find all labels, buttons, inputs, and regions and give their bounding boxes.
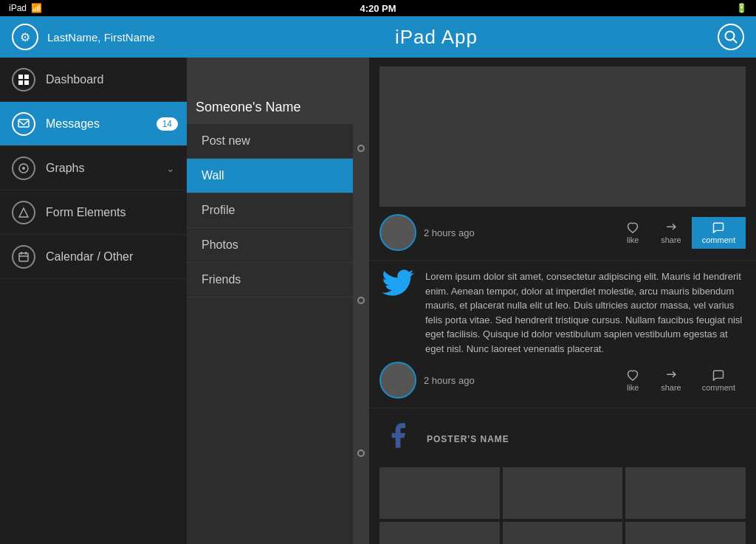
wifi-icon: 📶 xyxy=(31,3,42,13)
sidebar: Dashboard Messages 14 Graphs ⌄ Form Elem… xyxy=(0,58,187,544)
like-button-1[interactable]: like xyxy=(615,217,650,249)
photo-cell-2 xyxy=(503,467,623,519)
photo-cell-5 xyxy=(503,522,623,544)
scroll-dot xyxy=(357,145,365,152)
svg-rect-5 xyxy=(24,80,29,85)
device-label: iPad xyxy=(9,3,27,13)
scroll-dot xyxy=(357,297,365,304)
search-button[interactable] xyxy=(718,24,744,50)
photo-grid xyxy=(379,467,746,544)
dashboard-icon xyxy=(12,68,35,92)
comment-button-2[interactable]: comment xyxy=(692,365,746,396)
user-name: LastName, FirstName xyxy=(47,31,155,44)
svg-marker-9 xyxy=(19,208,28,217)
svg-rect-6 xyxy=(18,120,29,127)
post-time-2: 2 hours ago xyxy=(424,375,615,386)
sidebar-item-graphs[interactable]: Graphs ⌄ xyxy=(0,146,187,190)
battery-icon: 🔋 xyxy=(736,3,747,13)
sub-menu-wall[interactable]: Wall xyxy=(187,159,353,193)
post-time-1: 2 hours ago xyxy=(424,227,615,238)
sub-menu-photos[interactable]: Photos xyxy=(187,228,353,263)
post-card-3: POSTER'S NAME 2 hours ago like s xyxy=(369,408,756,544)
svg-rect-3 xyxy=(24,75,29,79)
form-elements-label: Form Elements xyxy=(46,206,126,219)
twitter-post-body: Lorem ipsum dolor sit amet, consectetur … xyxy=(379,269,746,356)
twitter-icon xyxy=(379,269,416,356)
facebook-post-header: POSTER'S NAME xyxy=(379,417,746,461)
post-footer-1: 2 hours ago like share comment xyxy=(379,214,746,251)
comment-button-1[interactable]: comment xyxy=(692,217,746,249)
main-layout: Dashboard Messages 14 Graphs ⌄ Form Elem… xyxy=(0,58,756,544)
messages-icon xyxy=(12,112,35,136)
scroll-dot xyxy=(357,450,365,457)
comment-icon-2 xyxy=(711,369,726,381)
someone-name: Someone's Name xyxy=(196,100,301,115)
svg-rect-4 xyxy=(18,80,23,85)
share-icon xyxy=(664,221,678,233)
graphs-label: Graphs xyxy=(46,162,84,175)
header: ⚙ LastName, FirstName iPad App xyxy=(0,16,756,58)
chevron-down-icon: ⌄ xyxy=(166,162,175,174)
heart-icon xyxy=(625,221,640,233)
sub-panel-header: Someone's Name xyxy=(187,58,353,124)
photo-cell-1 xyxy=(379,467,500,519)
messages-label: Messages xyxy=(46,117,100,131)
share-icon-2 xyxy=(664,369,678,381)
header-left: ⚙ LastName, FirstName xyxy=(12,24,155,50)
scroll-handle-left xyxy=(353,58,369,544)
post-footer-2: 2 hours ago like share comment xyxy=(379,362,746,399)
sub-menu-profile[interactable]: Profile xyxy=(187,193,353,228)
dashboard-label: Dashboard xyxy=(46,73,103,86)
post-image-1 xyxy=(379,66,746,207)
sub-panel: Someone's Name Post new Wall Profile Pho… xyxy=(187,58,353,544)
form-elements-icon xyxy=(12,201,35,224)
calendar-other-label: Calendar / Other xyxy=(46,250,133,264)
content-area: 2 hours ago like share comment xyxy=(369,58,756,544)
twitter-text: Lorem ipsum dolor sit amet, consectetur … xyxy=(425,269,746,356)
photo-cell-6 xyxy=(625,522,746,544)
sub-menu-friends[interactable]: Friends xyxy=(187,263,353,297)
post-card-2: Lorem ipsum dolor sit amet, consectetur … xyxy=(369,261,756,408)
svg-rect-10 xyxy=(19,253,28,261)
comment-icon xyxy=(711,221,726,233)
settings-icon[interactable]: ⚙ xyxy=(12,24,38,50)
photo-cell-4 xyxy=(379,522,500,544)
messages-badge: 14 xyxy=(157,117,178,131)
sidebar-item-calendar-other[interactable]: Calendar / Other xyxy=(0,235,187,279)
sidebar-item-form-elements[interactable]: Form Elements xyxy=(0,190,187,235)
like-button-2[interactable]: like xyxy=(615,365,650,396)
status-bar-left: iPad 📶 xyxy=(9,3,42,13)
post-avatar-2 xyxy=(379,362,416,399)
facebook-icon xyxy=(379,417,416,461)
post-avatar-1 xyxy=(379,214,416,251)
app-title: iPad App xyxy=(395,26,478,49)
share-button-2[interactable]: share xyxy=(650,365,692,396)
poster-name: POSTER'S NAME xyxy=(427,434,509,444)
search-icon xyxy=(724,30,738,44)
photo-cell-3 xyxy=(625,467,746,519)
sidebar-item-messages[interactable]: Messages 14 xyxy=(0,102,187,146)
time-display: 4:20 PM xyxy=(360,3,396,14)
svg-rect-2 xyxy=(18,75,23,79)
heart-icon-2 xyxy=(625,369,640,381)
sidebar-item-dashboard[interactable]: Dashboard xyxy=(0,58,187,102)
svg-line-1 xyxy=(733,39,737,43)
share-button-1[interactable]: share xyxy=(650,217,692,249)
status-bar-right: 🔋 xyxy=(736,3,747,13)
graphs-icon xyxy=(12,156,35,180)
post-card-1: 2 hours ago like share comment xyxy=(369,58,756,261)
svg-point-8 xyxy=(22,167,25,170)
status-bar: iPad 📶 4:20 PM 🔋 xyxy=(0,0,756,16)
calendar-icon xyxy=(12,245,35,269)
sub-menu-post-new[interactable]: Post new xyxy=(187,124,353,159)
